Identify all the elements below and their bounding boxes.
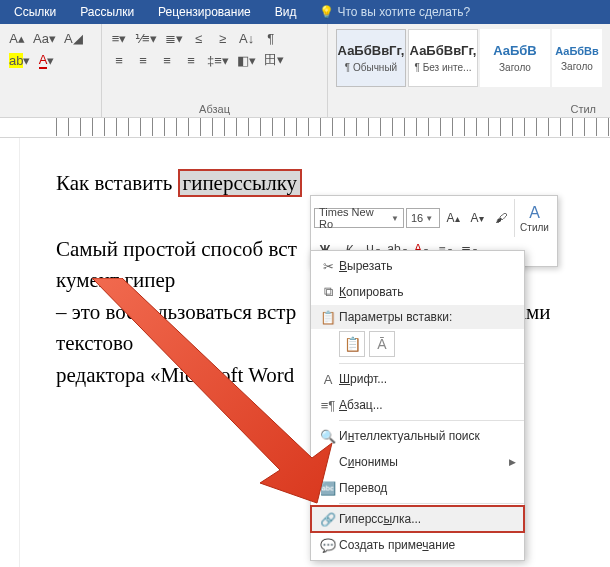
menu-label: Создать примечание [339,538,516,552]
bullets-icon[interactable]: ≡▾ [108,27,130,49]
shrink-font-icon[interactable]: A▾ [466,207,488,229]
quick-styles-button[interactable]: A Стили [514,199,554,237]
cut-icon: ✂ [317,259,339,274]
borders-icon[interactable]: 田▾ [261,49,287,71]
menu-label: Синонимы [339,455,509,469]
menu-new-comment[interactable]: 💬 Создать примечание [311,532,524,558]
justify-icon[interactable]: ≡ [180,49,202,71]
menu-separator [339,420,524,421]
translate-icon: 🔤 [317,481,339,496]
menu-label: Абзац... [339,398,516,412]
paste-icon: 📋 [317,310,339,325]
multilevel-icon[interactable]: ≣▾ [162,27,186,49]
menu-label: Параметры вставки: [339,310,516,324]
smart-lookup-icon: 🔍 [317,429,339,444]
numbering-icon[interactable]: ⅟≡▾ [132,27,160,49]
indent-right-icon[interactable]: ≥ [212,27,234,49]
ribbon-group-styles: АаБбВвГг, ¶ Обычный АаБбВвГг, ¶ Без инте… [328,24,610,117]
highlight-icon[interactable]: ab▾ [6,49,33,71]
ribbon-group-paragraph: ≡▾ ⅟≡▾ ≣▾ ≤ ≥ A↓ ¶ ≡ ≡ ≡ ≡ ‡≡▾ ◧▾ 田▾ Абз… [102,24,328,117]
hyperlink-icon: 🔗 [317,512,339,527]
style-name: ¶ Без инте... [415,62,472,73]
font-size-value: 16 [411,212,423,224]
indent-left-icon[interactable]: ≤ [188,27,210,49]
style-no-spacing[interactable]: АаБбВвГг, ¶ Без инте... [408,29,478,87]
horizontal-ruler[interactable] [0,118,610,138]
menu-label: Интеллектуальный поиск [339,429,516,443]
tab-mailings[interactable]: Рассылки [68,0,146,24]
paste-options: 📋 Ā [311,329,524,361]
menu-hyperlink[interactable]: 🔗 Гиперссылка... [311,506,524,532]
style-normal[interactable]: АаБбВвГг, ¶ Обычный [336,29,406,87]
menu-label: Гиперссылка... [339,512,516,526]
menu-smart-lookup[interactable]: 🔍 Интеллектуальный поиск [311,423,524,449]
align-left-icon[interactable]: ≡ [108,49,130,71]
style-name: Заголо [499,62,531,73]
style-name: Заголо [561,61,593,72]
tab-view[interactable]: Вид [263,0,309,24]
menu-paragraph[interactable]: ≡¶ Абзац... [311,392,524,418]
style-sample: АаБбВ [493,43,537,58]
menu-translate[interactable]: 🔤 Перевод [311,475,524,501]
tab-review[interactable]: Рецензирование [146,0,263,24]
show-marks-icon[interactable]: ¶ [260,27,282,49]
menu-separator [339,363,524,364]
font-color-icon[interactable]: A▾ [35,49,57,71]
ribbon: A▴ Aa▾ A◢ ab▾ A▾ ≡▾ ⅟≡▾ ≣▾ ≤ ≥ A↓ ¶ ≡ ≡ … [0,24,610,118]
paste-keep-formatting-icon[interactable]: 📋 [339,331,365,357]
selected-word[interactable]: гиперссылку [178,169,303,197]
font-size-combo[interactable]: 16▼ [406,208,440,228]
style-sample: АаБбВв [555,45,599,57]
grow-font-icon[interactable]: A▴ [442,207,464,229]
text: кумент гипер [56,268,175,292]
menu-synonyms[interactable]: Синонимы ▶ [311,449,524,475]
line-spacing-icon[interactable]: ‡≡▾ [204,49,232,71]
tell-me-search[interactable]: 💡 Что вы хотите сделать? [309,5,481,19]
font-size-increase-icon[interactable]: A▴ [6,27,28,49]
text: Как вставить [56,171,178,195]
ribbon-group-label [6,101,95,117]
format-painter-icon[interactable]: 🖌 [490,207,512,229]
menu-font[interactable]: A Шрифт... [311,366,524,392]
paragraph-group-label: Абзац [108,101,321,117]
styles-label: Стили [520,222,549,233]
sort-icon[interactable]: A↓ [236,27,258,49]
align-right-icon[interactable]: ≡ [156,49,178,71]
submenu-arrow-icon: ▶ [509,457,516,467]
paragraph-dialog-icon: ≡¶ [317,398,339,413]
style-name: ¶ Обычный [345,62,397,73]
tell-me-label: Что вы хотите сделать? [338,5,471,19]
ribbon-tabs: Ссылки Рассылки Рецензирование Вид 💡 Что… [0,0,610,24]
font-family-value: Times New Ro [319,206,389,230]
lightbulb-icon: 💡 [319,5,334,19]
shading-icon[interactable]: ◧▾ [234,49,259,71]
text: редактора «Microsoft Word [56,363,294,387]
font-family-combo[interactable]: Times New Ro▼ [314,208,404,228]
tab-references[interactable]: Ссылки [2,0,68,24]
vertical-ruler[interactable] [0,138,20,567]
styles-group-label: Стил [334,101,604,117]
text: – это воспользоваться встр [56,300,296,324]
menu-separator [339,503,524,504]
ribbon-group-font: A▴ Aa▾ A◢ ab▾ A▾ [0,24,102,117]
style-heading2[interactable]: АаБбВв Заголо [552,29,602,87]
font-dialog-icon: A [317,372,339,387]
copy-icon: ⧉ [317,284,339,300]
paste-text-only-icon[interactable]: Ā [369,331,395,357]
align-center-icon[interactable]: ≡ [132,49,154,71]
menu-paste-header: 📋 Параметры вставки: [311,305,524,329]
menu-label: Шрифт... [339,372,516,386]
comment-icon: 💬 [317,538,339,553]
menu-label: Перевод [339,481,516,495]
style-sample: АаБбВвГг, [338,43,405,58]
style-heading1[interactable]: АаБбВ Заголо [480,29,550,87]
menu-label: Копировать [339,285,516,299]
menu-cut[interactable]: ✂ ВВырезатьырезать [311,253,524,279]
context-menu: ✂ ВВырезатьырезать ⧉ Копировать 📋 Параме… [310,250,525,561]
menu-label: ВВырезатьырезать [339,259,516,273]
style-sample: АаБбВвГг, [410,43,477,58]
clear-format-icon[interactable]: A◢ [61,27,86,49]
text: Самый простой способ вст [56,237,297,261]
change-case-icon[interactable]: Aa▾ [30,27,59,49]
menu-copy[interactable]: ⧉ Копировать [311,279,524,305]
